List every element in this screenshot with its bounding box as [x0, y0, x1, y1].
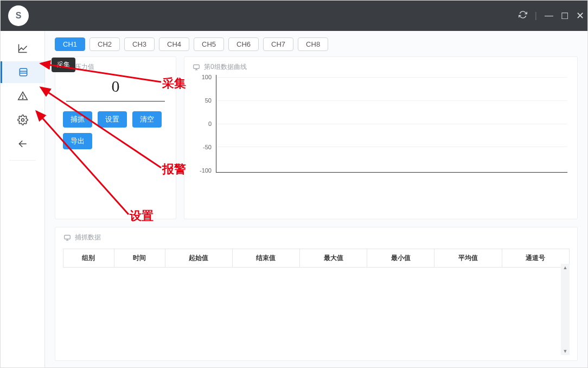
svg-point-5 — [21, 119, 24, 122]
window-controls: | — ☐ ✕ — [519, 1, 584, 31]
col-channel: 通道号 — [502, 249, 569, 268]
tab-ch4[interactable]: CH4 — [159, 37, 189, 51]
tab-ch3[interactable]: CH3 — [124, 37, 155, 51]
tab-ch1[interactable]: CH1 — [55, 37, 85, 51]
monitor-icon — [192, 63, 201, 72]
divider-icon: | — [535, 11, 537, 21]
table-scrollbar[interactable]: ▲ ▼ — [561, 264, 570, 355]
y-tick: 100 — [202, 74, 212, 80]
y-tick: 50 — [205, 97, 212, 104]
sidebar-item-settings[interactable] — [1, 109, 44, 131]
sidebar-item-chart[interactable] — [1, 37, 44, 59]
svg-rect-8 — [194, 65, 200, 68]
tab-ch5[interactable]: CH5 — [194, 37, 224, 51]
tab-ch8[interactable]: CH8 — [298, 37, 328, 51]
sidebar-item-back[interactable] — [1, 133, 44, 155]
tab-ch7[interactable]: CH7 — [263, 37, 293, 51]
svg-point-4 — [22, 98, 23, 99]
settings-button[interactable]: 设置 — [98, 111, 127, 128]
app-logo: S — [8, 5, 29, 26]
sidebar-tooltip: 采集 — [52, 58, 75, 72]
svg-rect-11 — [65, 235, 71, 239]
svg-rect-0 — [20, 68, 27, 75]
chart-y-axis: 100 50 0 -50 -100 — [192, 75, 214, 173]
data-panel-title: 捕抓数据 — [63, 233, 570, 242]
col-time: 时间 — [114, 249, 165, 268]
maximize-icon[interactable]: ☐ — [561, 11, 568, 21]
refresh-icon[interactable] — [519, 10, 527, 21]
chart-title-text: 第0组数据曲线 — [204, 62, 247, 72]
channel-tabs: CH1 CH2 CH3 CH4 CH5 CH6 CH7 CH8 — [55, 37, 578, 51]
table-header-row: 组别 时间 起始值 结束值 最大值 最小值 平均值 通道号 — [63, 249, 570, 268]
scroll-up-icon[interactable]: ▲ — [563, 265, 568, 270]
minimize-icon[interactable]: — — [545, 11, 553, 21]
sidebar-item-alarm[interactable] — [1, 85, 44, 107]
main-content: CH1 CH2 CH3 CH4 CH5 CH6 CH7 CH8 压力值 — [45, 31, 587, 367]
col-group: 组别 — [63, 249, 114, 268]
col-min: 最小值 — [367, 249, 434, 268]
data-panel: 捕抓数据 组别 时间 起始值 结束值 最大值 最小值 平均值 — [55, 227, 578, 361]
close-icon[interactable]: ✕ — [576, 10, 584, 22]
col-max: 最大值 — [300, 249, 367, 268]
titlebar: S | — ☐ ✕ — [1, 1, 587, 31]
data-panel-title-text: 捕抓数据 — [75, 233, 101, 242]
chart-panel: 第0组数据曲线 100 50 0 -50 -100 — [184, 56, 578, 219]
y-tick: -100 — [200, 167, 212, 174]
data-table-wrap: 组别 时间 起始值 结束值 最大值 最小值 平均值 通道号 — [63, 249, 570, 355]
chart-area: 100 50 0 -50 -100 — [192, 75, 570, 173]
col-end: 结束值 — [232, 249, 299, 268]
chart-plot — [216, 75, 567, 173]
capture-button[interactable]: 捕抓 — [63, 111, 92, 128]
export-button[interactable]: 导出 — [63, 133, 92, 149]
scroll-down-icon[interactable]: ▼ — [563, 348, 568, 354]
clear-button[interactable]: 清空 — [132, 111, 162, 128]
tab-ch6[interactable]: CH6 — [228, 37, 259, 51]
tab-ch2[interactable]: CH2 — [90, 37, 120, 51]
chart-panel-title: 第0组数据曲线 — [192, 62, 570, 72]
data-table: 组别 时间 起始值 结束值 最大值 最小值 平均值 通道号 — [63, 249, 570, 268]
sidebar-item-collect[interactable] — [1, 61, 44, 83]
y-tick: -50 — [203, 144, 212, 150]
pressure-value: 0 — [66, 75, 165, 101]
col-start: 起始值 — [165, 249, 232, 268]
pressure-panel: 压力值 0 捕抓 设置 清空 导出 — [55, 56, 176, 219]
y-tick: 0 — [208, 120, 212, 127]
sidebar — [1, 31, 45, 367]
pressure-panel-title: 压力值 — [63, 62, 168, 72]
col-avg: 平均值 — [434, 249, 502, 268]
monitor-icon — [63, 233, 72, 242]
sidebar-divider — [9, 160, 36, 161]
pressure-title-text: 压力值 — [75, 62, 94, 72]
